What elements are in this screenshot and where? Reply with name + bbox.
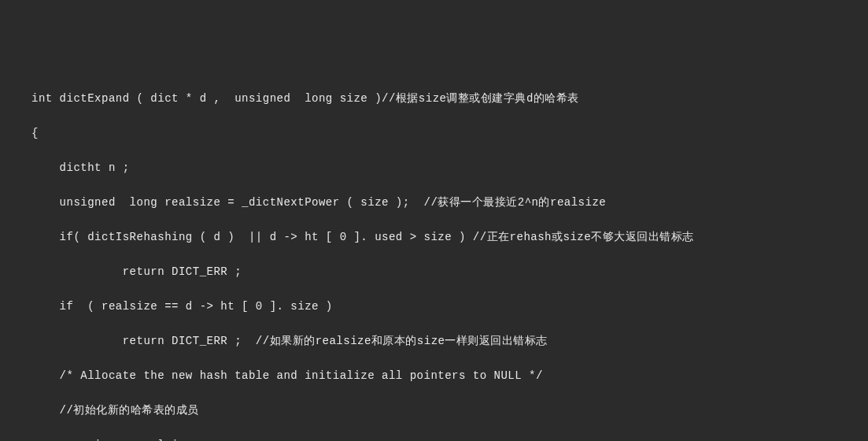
code-line: dictht n ; bbox=[0, 159, 868, 176]
code-line: { bbox=[0, 124, 868, 142]
code-line: if( dictIsRehashing ( d ) || d -> ht [ 0… bbox=[0, 228, 868, 246]
code-line: n . size = realsize ; bbox=[0, 436, 868, 441]
code-line: if ( realsize == d -> ht [ 0 ]. size ) bbox=[0, 298, 868, 315]
code-line: return DICT_ERR ; bbox=[0, 263, 868, 280]
code-line: return DICT_ERR ; //如果新的realsize和原本的size… bbox=[0, 332, 868, 350]
code-line: int dictExpand ( dict * d , unsigned lon… bbox=[0, 90, 868, 107]
code-line: /* Allocate the new hash table and initi… bbox=[0, 367, 868, 384]
code-block: int dictExpand ( dict * d , unsigned lon… bbox=[0, 72, 868, 441]
code-line: unsigned long realsize = _dictNextPower … bbox=[0, 194, 868, 211]
code-line: //初始化新的哈希表的成员 bbox=[0, 402, 868, 419]
